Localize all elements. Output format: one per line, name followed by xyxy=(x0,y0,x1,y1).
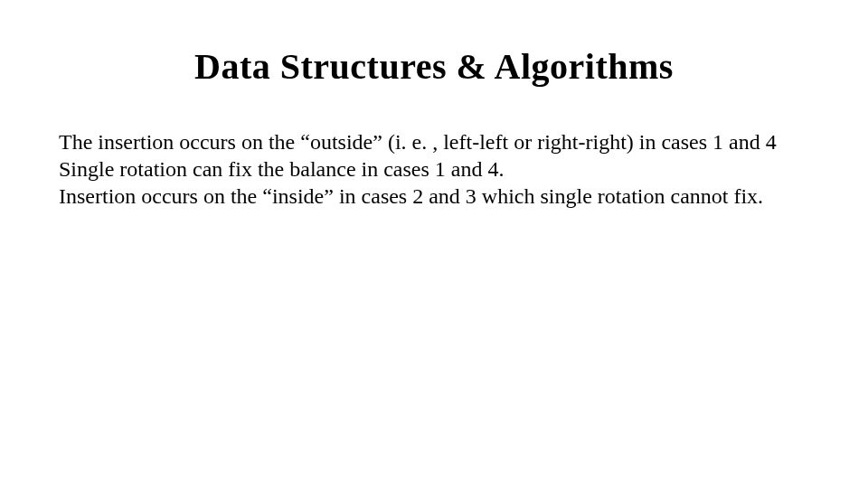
body-paragraph: The insertion occurs on the “outside” (i… xyxy=(59,128,809,155)
body-paragraph: Single rotation can fix the balance in c… xyxy=(59,155,809,183)
slide-title: Data Structures & Algorithms xyxy=(59,45,809,88)
body-paragraph: Insertion occurs on the “inside” in case… xyxy=(59,183,809,210)
slide-body: The insertion occurs on the “outside” (i… xyxy=(59,128,809,210)
slide: Data Structures & Algorithms The inserti… xyxy=(0,0,868,488)
